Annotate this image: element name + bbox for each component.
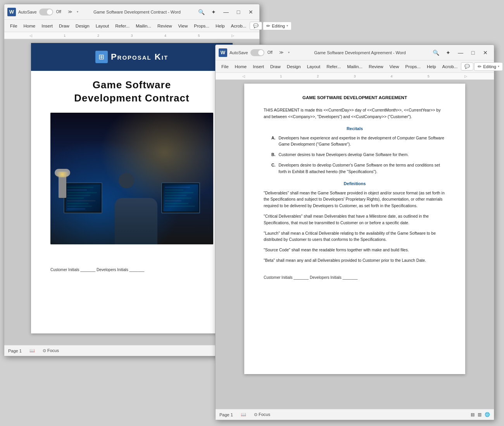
ruler-marks-2: ◁12345▷ [217, 74, 492, 78]
doc-intro: THIS AGREEMENT is made this <<CurrentDay… [264, 107, 446, 120]
page-indicator-2: Page 1 [219, 412, 233, 417]
menu-draw-2[interactable]: Draw [268, 63, 283, 70]
ribbon-star-btn-2[interactable]: ✦ [443, 47, 454, 58]
status-bar-right-2: ▤ ▥ 🌐 [471, 412, 490, 417]
maximize-btn-2[interactable]: □ [468, 47, 478, 58]
cover-title: Game Software Development Contract [50, 79, 213, 105]
minimize-btn-1[interactable]: — [221, 7, 231, 17]
close-btn-1[interactable]: ✕ [245, 7, 256, 17]
comment-icon-1: 💬 [253, 23, 259, 28]
definitions-list: "Deliverables" shall mean the Game Softw… [264, 190, 446, 264]
menu-refer-1[interactable]: Refer... [112, 22, 132, 29]
toggle-knob-1 [47, 9, 52, 15]
cover-header-1: ⊞ Proposal Kit [31, 43, 233, 71]
pk-logo-text: Proposal Kit [111, 52, 168, 62]
menu-review-2[interactable]: Review [366, 63, 386, 70]
ruler-2: ◁12345▷ [216, 73, 494, 80]
menu-insert-1[interactable]: Insert [39, 22, 55, 29]
cover-title-text: Game Software Development Contract [50, 79, 213, 105]
person-head [119, 173, 134, 188]
comment-btn-1[interactable]: 💬 [250, 22, 262, 30]
layout-icon-page-2[interactable]: ▥ [478, 412, 482, 417]
editing-label-1: Editing [272, 24, 285, 28]
title-bar-left-1: W AutoSave Off ≫ ▾ [7, 8, 78, 16]
comment-btn-2[interactable]: 💬 [461, 62, 473, 70]
qa-expand-1[interactable]: ≫ [66, 9, 74, 15]
read-mode-icon-1[interactable]: 📖 [29, 348, 35, 353]
minimize-btn-2[interactable]: — [455, 47, 466, 58]
menu-layout-2[interactable]: Layout [304, 63, 323, 70]
menu-file-1[interactable]: File [7, 22, 20, 29]
menu-help-1[interactable]: Help [213, 22, 228, 29]
person-body [115, 198, 157, 244]
title-bar-left-2: W AutoSave Off ≫ ▾ [219, 48, 290, 57]
monitor-left [64, 182, 102, 213]
menu-view-2[interactable]: View [387, 63, 402, 70]
menu-review-1[interactable]: Review [155, 22, 175, 29]
editing-chevron-2: ▾ [498, 65, 499, 68]
code-lines-right [164, 185, 197, 211]
autosave-label-1: AutoSave [18, 10, 37, 14]
menu-acrobat-1[interactable]: Acrob... [228, 22, 249, 29]
read-mode-icon-2[interactable]: 📖 [241, 412, 246, 417]
word-logo-1: W [7, 8, 16, 16]
window-title-1: Game Software Development Contract - Wor… [78, 10, 196, 14]
ruler-marks-1: ◁12345▷ [6, 34, 258, 38]
search-btn-1[interactable]: 🔍 [196, 7, 207, 17]
menu-home-1[interactable]: Home [21, 22, 38, 29]
desk-lamp [59, 175, 66, 198]
close-btn-2[interactable]: ✕ [480, 47, 491, 58]
word-logo-2: W [219, 48, 227, 57]
menu-design-1[interactable]: Design [73, 22, 92, 29]
toggle-off-2: Off [268, 50, 273, 55]
pk-logo-icon: ⊞ [95, 51, 108, 63]
layout-icon-web-2[interactable]: 🌐 [485, 412, 490, 417]
editing-btn-1[interactable]: ✏ Editing ▾ [263, 22, 292, 30]
recitals-list: A. Developers have experience and expert… [264, 135, 446, 175]
recital-c: C. Developers desire to develop Customer… [264, 162, 446, 175]
window-title-2: Game Software Development Agreement - Wo… [290, 50, 430, 55]
pencil-icon-2: ✏ [478, 64, 482, 69]
code-lines-left [66, 185, 100, 211]
editing-label-2: Editing [483, 64, 496, 69]
page-1: ⊞ Proposal Kit Game Software Development… [31, 43, 233, 333]
quick-access-1: ≫ [66, 9, 74, 15]
qa-expand-2[interactable]: ≫ [277, 49, 286, 56]
menu-layout-1[interactable]: Layout [93, 22, 112, 29]
status-bar-2: Page 1 📖 ⊙ Focus ▤ ▥ 🌐 [216, 409, 494, 420]
title-controls-1: 🔍 ✦ — □ ✕ [196, 7, 256, 17]
title-bar-2: W AutoSave Off ≫ ▾ Game Software Develop… [216, 45, 494, 60]
focus-label-1[interactable]: ⊙ Focus [43, 348, 59, 353]
menu-help-2[interactable]: Help [424, 63, 439, 70]
pencil-icon-1: ✏ [266, 23, 270, 29]
layout-icon-normal-2[interactable]: ▤ [471, 412, 475, 417]
def-2: "Critical Deliverables" shall mean Deliv… [264, 213, 446, 226]
ribbon-star-btn-1[interactable]: ✦ [208, 7, 219, 17]
doc-title: GAME SOFTWARE DEVELOPMENT AGREEMENT [264, 95, 446, 100]
initials-line-1: Customer Initials _______ Developers Ini… [50, 268, 213, 272]
autosave-toggle-2[interactable] [250, 49, 264, 56]
maximize-btn-1[interactable]: □ [233, 7, 244, 17]
quick-access-2: ≫ [277, 49, 286, 56]
ruler-1: ◁12345▷ [4, 32, 259, 39]
menu-design-2[interactable]: Design [284, 63, 304, 70]
title-controls-2: 🔍 ✦ — □ ✕ [430, 47, 491, 58]
comment-icon-2: 💬 [464, 64, 470, 69]
menu-file-2[interactable]: File [219, 63, 231, 70]
menu-mail-1[interactable]: Mailin... [133, 22, 154, 29]
autosave-toggle-1[interactable] [39, 9, 53, 15]
menu-home-2[interactable]: Home [232, 63, 250, 70]
menu-acrobat-2[interactable]: Acrob... [440, 63, 461, 70]
menu-props-1[interactable]: Props... [191, 22, 212, 29]
editing-btn-2[interactable]: ✏ Editing ▾ [474, 62, 503, 71]
menu-refer-2[interactable]: Refer... [324, 63, 343, 70]
menu-mail-2[interactable]: Mailin... [344, 63, 365, 70]
focus-label-2[interactable]: ⊙ Focus [254, 412, 270, 417]
menu-draw-1[interactable]: Draw [56, 22, 72, 29]
menu-insert-2[interactable]: Insert [250, 63, 267, 70]
menu-view-1[interactable]: View [176, 22, 191, 29]
page-indicator-1: Page 1 [8, 349, 22, 353]
menu-props-2[interactable]: Props... [402, 63, 423, 70]
search-btn-2[interactable]: 🔍 [430, 47, 441, 58]
initials-line-2: Customer Initials _______ Developers Ini… [264, 275, 446, 280]
